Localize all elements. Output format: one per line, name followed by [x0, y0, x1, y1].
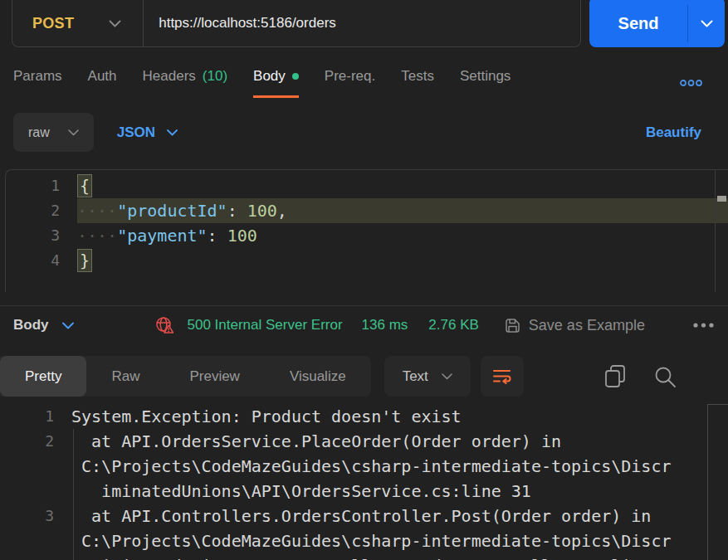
url-input[interactable]	[144, 15, 580, 32]
response-line: iminatedUnions\API\OrdersService.cs:line…	[0, 479, 728, 504]
matched-bracket: }	[77, 249, 92, 272]
response-toolbar: Pretty Raw Preview Visualize Text	[0, 356, 728, 397]
matched-bracket: {	[77, 174, 92, 197]
send-options-button[interactable]	[688, 0, 725, 47]
tab-headers[interactable]: Headers (10)	[143, 68, 228, 98]
chevron-down-icon	[68, 129, 79, 136]
network-error-icon	[155, 316, 176, 335]
chevron-down-icon	[62, 322, 74, 329]
send-button[interactable]: Send	[589, 0, 725, 47]
save-icon	[504, 317, 521, 334]
response-scrollbar[interactable]	[707, 404, 728, 560]
tab-raw[interactable]: Raw	[86, 356, 164, 397]
response-body-dropdown[interactable]: Body	[13, 317, 74, 334]
response-format-dropdown[interactable]: Text	[384, 356, 471, 397]
response-line: 3 at API.Controllers.OrdersController.Po…	[0, 504, 728, 528]
more-options-icon[interactable]	[679, 79, 703, 87]
editor-line: 4 }	[6, 248, 728, 273]
response-line: iminatedUnions\API\Controllers\OrdersCon…	[0, 553, 728, 560]
tab-preview[interactable]: Preview	[164, 356, 264, 397]
indent-guide	[73, 429, 74, 560]
method-selector[interactable]: POST	[12, 15, 143, 32]
postman-request-view: POST Send Params Auth Headers (10) Body …	[0, 0, 728, 560]
copy-icon[interactable]	[604, 364, 626, 388]
response-line: C:\Projects\CodeMazeGuides\csharp-interm…	[0, 528, 728, 553]
response-line: C:\Projects\CodeMazeGuides\csharp-interm…	[0, 454, 728, 479]
response-header: Body 500 Internal Server Error 136 ms 2.…	[0, 305, 728, 344]
tab-pre-request[interactable]: Pre-req.	[325, 68, 375, 98]
body-mode-dropdown[interactable]: raw	[13, 113, 94, 152]
tab-body[interactable]: Body	[253, 68, 299, 98]
headers-count-badge: (10)	[203, 68, 227, 85]
editor-scrollbar[interactable]	[715, 170, 728, 292]
tab-settings[interactable]: Settings	[460, 68, 511, 98]
editor-line: 1 {	[6, 173, 728, 198]
body-filled-dot	[292, 73, 299, 80]
status-badge[interactable]: 500 Internal Server Error	[188, 317, 343, 334]
response-view-tabs: Pretty Raw Preview Visualize	[0, 356, 371, 397]
tab-auth[interactable]: Auth	[88, 68, 117, 98]
tab-params[interactable]: Params	[13, 68, 62, 98]
method-label: POST	[32, 15, 74, 32]
editor-line-active: 2 ····"productId": 100,	[6, 198, 728, 223]
scrollbar-thumb[interactable]	[717, 196, 726, 202]
save-as-example-label: Save as Example	[529, 317, 645, 334]
chevron-down-icon	[109, 20, 121, 27]
response-size[interactable]: 2.76 KB	[428, 317, 479, 334]
response-body-viewer[interactable]: 1 System.Exception: Product doesn't exis…	[0, 404, 728, 560]
request-body-editor[interactable]: 1 { 2 ····"productId": 100, 3 ····"payme…	[5, 169, 728, 292]
send-label[interactable]: Send	[589, 0, 687, 47]
search-icon[interactable]	[653, 365, 677, 388]
beautify-link[interactable]: Beautify	[646, 124, 701, 141]
chevron-down-icon	[167, 129, 178, 136]
url-bar: POST	[12, 0, 581, 47]
editor-line: 3 ····"payment": 100	[6, 223, 728, 248]
request-tabs: Params Auth Headers (10) Body Pre-req. T…	[13, 68, 511, 98]
response-line: 2 at API.OrdersService.PlaceOrder(Order …	[0, 429, 728, 454]
wrap-text-icon	[492, 368, 511, 384]
response-line: 1 System.Exception: Product doesn't exis…	[0, 404, 728, 429]
body-language-dropdown[interactable]: JSON	[117, 124, 178, 141]
save-as-example-button[interactable]: Save as Example	[504, 317, 645, 334]
body-mode-row: raw JSON	[13, 113, 178, 152]
tab-pretty[interactable]: Pretty	[0, 356, 86, 397]
wrap-text-button[interactable]	[481, 356, 524, 397]
tab-tests[interactable]: Tests	[401, 68, 434, 98]
tab-visualize[interactable]: Visualize	[265, 356, 371, 397]
response-time[interactable]: 136 ms	[362, 317, 408, 334]
chevron-down-icon	[442, 373, 452, 380]
response-more-options-icon[interactable]	[692, 322, 715, 329]
